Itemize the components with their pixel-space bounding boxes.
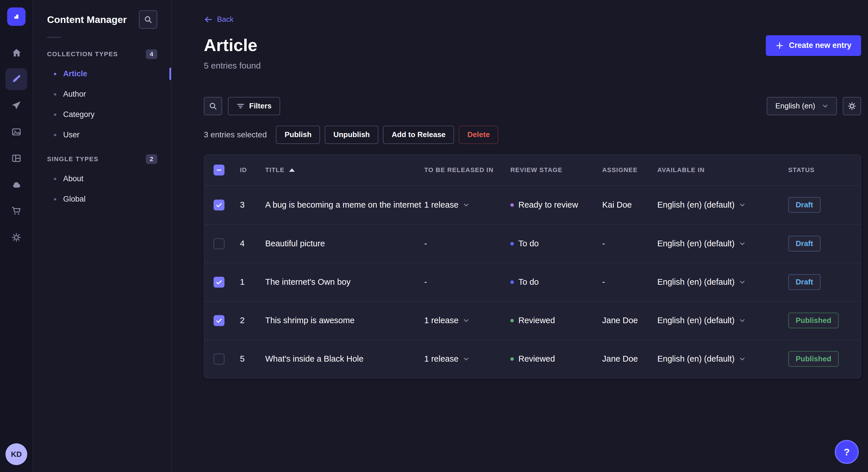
- row-title: Beautiful picture: [265, 239, 424, 248]
- check-icon: [215, 278, 223, 286]
- row-checkbox[interactable]: [214, 277, 224, 288]
- table-body: 3 A bug is becoming a meme on the intern…: [205, 186, 861, 378]
- check-icon: [215, 201, 223, 209]
- media-library-icon: [11, 127, 21, 137]
- create-entry-button[interactable]: Create new entry: [766, 35, 861, 56]
- subnav-item-label: About: [63, 174, 84, 183]
- home-icon: [11, 48, 21, 58]
- main-content: Back Article 5 entries found Create new …: [172, 0, 868, 472]
- filters-button[interactable]: Filters: [228, 97, 280, 115]
- home-nav-button[interactable]: [5, 42, 27, 64]
- unpublish-button[interactable]: Unpublish: [324, 126, 378, 144]
- releases-nav-button[interactable]: [5, 95, 27, 116]
- content-manager-nav-button[interactable]: [5, 68, 27, 90]
- chevron-down-icon: [463, 317, 469, 324]
- entries-count: 5 entries found: [204, 61, 260, 71]
- row-review-stage: To do: [510, 277, 602, 287]
- filter-icon: [237, 102, 245, 110]
- strapi-logo[interactable]: [7, 7, 26, 26]
- status-badge: Published: [788, 312, 839, 328]
- content-manager-subnav: Content Manager Collection Types 4 Artic…: [33, 0, 172, 472]
- search-icon: [144, 15, 152, 24]
- settings-gear-icon: [11, 233, 21, 242]
- header-title[interactable]: Title: [265, 166, 424, 174]
- chevron-down-icon: [739, 356, 745, 362]
- row-release[interactable]: 1 release: [424, 354, 510, 364]
- bullet-icon: [54, 178, 56, 180]
- row-release[interactable]: 1 release: [424, 316, 510, 325]
- row-available-in[interactable]: English (en) (default): [657, 316, 788, 325]
- stage-dot-icon: [510, 203, 514, 207]
- table-row[interactable]: 4 Beautiful picture - To do - English (e…: [205, 224, 861, 263]
- settings-nav-button[interactable]: [5, 227, 27, 248]
- indeterminate-dash-icon: [215, 166, 223, 174]
- content-manager-icon: [11, 74, 21, 84]
- table-row[interactable]: 2 This shrimp is awesome 1 release Revie…: [205, 301, 861, 339]
- row-available-in[interactable]: English (en) (default): [657, 277, 788, 287]
- row-title: What's inside a Black Hole: [265, 354, 424, 364]
- sidebar-item-about[interactable]: About: [33, 169, 171, 189]
- deploy-nav-button[interactable]: [5, 174, 27, 196]
- chevron-down-icon: [463, 202, 469, 208]
- row-checkbox[interactable]: [214, 200, 224, 210]
- section-label: Collection Types: [47, 50, 118, 58]
- table-row[interactable]: 3 A bug is becoming a meme on the intern…: [205, 186, 861, 224]
- sidebar-item-category[interactable]: Category: [33, 104, 171, 125]
- view-settings-button[interactable]: [843, 97, 861, 115]
- table-row[interactable]: 1 The internet's Own boy - To do - Engli…: [205, 263, 861, 301]
- subnav-item-label: Author: [63, 90, 86, 99]
- sort-ascending-icon: [289, 168, 295, 172]
- chevron-down-icon: [463, 356, 469, 362]
- back-link[interactable]: Back: [204, 15, 234, 24]
- main-nav-rail: KD: [0, 0, 33, 472]
- row-review-stage: Ready to review: [510, 200, 602, 210]
- list-search-button[interactable]: [204, 97, 222, 115]
- row-checkbox[interactable]: [214, 315, 224, 326]
- user-avatar[interactable]: KD: [5, 443, 27, 465]
- row-title: A bug is becoming a meme on the internet: [265, 200, 424, 210]
- entries-table: ID Title To be released in Review stage …: [204, 154, 861, 378]
- select-all-checkbox[interactable]: [214, 165, 224, 175]
- stage-dot-icon: [510, 357, 514, 361]
- delete-button[interactable]: Delete: [459, 126, 498, 144]
- row-id: 3: [240, 200, 265, 210]
- subnav-search-button[interactable]: [139, 10, 157, 29]
- selection-count: 3 entries selected: [204, 130, 267, 139]
- media-library-nav-button[interactable]: [5, 121, 27, 143]
- releases-icon: [11, 101, 21, 110]
- stage-dot-icon: [510, 280, 514, 284]
- row-checkbox[interactable]: [214, 353, 224, 365]
- locale-value: English (en): [775, 102, 815, 110]
- row-release[interactable]: 1 release: [424, 200, 510, 210]
- publish-button[interactable]: Publish: [276, 126, 320, 144]
- help-button[interactable]: ?: [835, 440, 859, 464]
- row-available-in[interactable]: English (en) (default): [657, 354, 788, 364]
- header-available-in: Available in: [657, 166, 788, 174]
- sidebar-item-author[interactable]: Author: [33, 84, 171, 104]
- filters-label: Filters: [249, 102, 272, 110]
- table-row[interactable]: 5 What's inside a Black Hole 1 release R…: [205, 339, 861, 378]
- row-assignee: Kai Doe: [602, 200, 657, 210]
- page-title: Article: [204, 35, 260, 55]
- add-to-release-button[interactable]: Add to Release: [383, 126, 454, 144]
- marketplace-nav-button[interactable]: [5, 200, 27, 222]
- row-available-in[interactable]: English (en) (default): [657, 200, 788, 210]
- status-badge: Draft: [788, 197, 820, 213]
- row-assignee: -: [602, 277, 657, 287]
- sidebar-item-user[interactable]: User: [33, 125, 171, 145]
- subnav-section: Single Types 2 About Global: [33, 150, 171, 209]
- row-available-in[interactable]: English (en) (default): [657, 239, 788, 248]
- sidebar-item-global[interactable]: Global: [33, 189, 171, 209]
- subnav-item-label: User: [63, 131, 80, 139]
- strapi-logo-icon: [12, 12, 21, 21]
- row-checkbox[interactable]: [214, 238, 224, 249]
- content-type-builder-nav-button[interactable]: [5, 147, 27, 169]
- sidebar-item-article[interactable]: Article: [33, 64, 171, 84]
- bullet-icon: [54, 113, 56, 116]
- help-label: ?: [844, 446, 850, 458]
- section-count-badge: 2: [146, 154, 157, 164]
- row-review-stage: To do: [510, 239, 602, 248]
- locale-select[interactable]: English (en): [767, 97, 837, 115]
- row-release[interactable]: -: [424, 239, 510, 248]
- row-release[interactable]: -: [424, 277, 510, 287]
